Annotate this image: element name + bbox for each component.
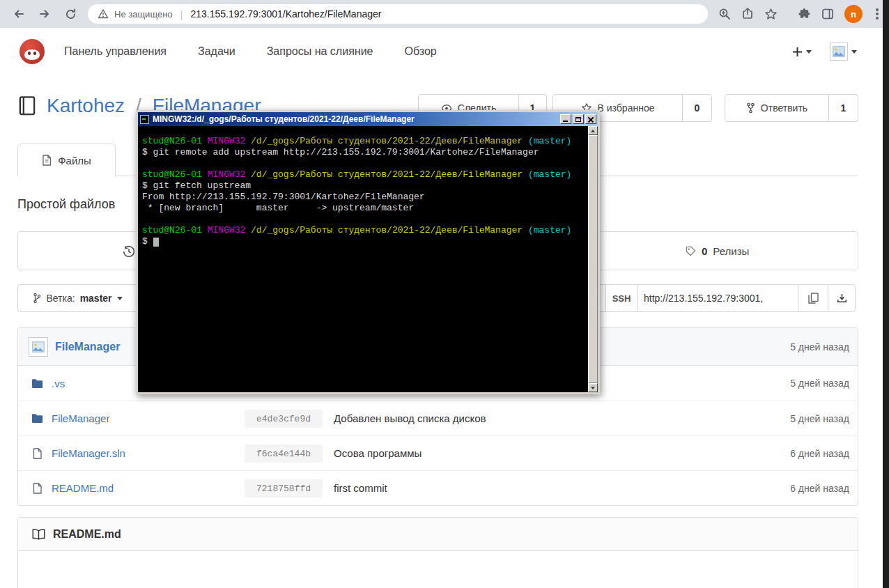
fork-icon xyxy=(746,102,755,114)
commit-hash-link[interactable]: e4de3cfe9d xyxy=(245,410,323,428)
close-button[interactable] xyxy=(585,114,596,124)
nav-item-issues[interactable]: Задачи xyxy=(198,45,235,58)
zoom-icon xyxy=(718,8,731,20)
share-icon xyxy=(741,8,754,20)
image-placeholder-icon xyxy=(833,46,845,57)
branch-selector[interactable]: Ветка: master xyxy=(17,284,138,312)
readme-panel: README.md xyxy=(17,517,858,588)
book-icon xyxy=(32,529,45,540)
side-panel-button[interactable] xyxy=(821,8,834,20)
nav-item-explore[interactable]: Обзор xyxy=(404,45,436,58)
table-row: README.md 7218758ffd first commit 6 дней… xyxy=(18,470,858,505)
copy-url-button[interactable] xyxy=(798,284,828,312)
repo-owner-link[interactable]: Kartohez xyxy=(47,95,125,117)
caret-down-icon xyxy=(117,297,123,300)
navbar-right xyxy=(792,42,857,61)
minimize-icon xyxy=(563,121,568,122)
gogs-logo-eye xyxy=(28,52,31,55)
create-new-menu[interactable] xyxy=(792,47,812,57)
prompt-user: stud@N26-01 xyxy=(142,136,208,146)
terminal-titlebar[interactable]: MINGW32:/d/_gogs/Работы студентов/2021-2… xyxy=(138,112,598,126)
file-link[interactable]: .vs xyxy=(52,378,65,389)
file-link[interactable]: FileManager.sln xyxy=(52,447,125,459)
nav-item-dashboard[interactable]: Панель управления xyxy=(64,45,167,58)
maximize-button[interactable] xyxy=(573,114,584,124)
forward-icon xyxy=(38,8,51,20)
fork-count[interactable]: 1 xyxy=(829,94,858,122)
gogs-logo-eye xyxy=(33,52,36,55)
commit-time: 5 дней назад xyxy=(790,378,849,389)
bookmark-star-icon xyxy=(764,8,778,21)
terminal-command: $ git fetch upstream xyxy=(142,180,582,192)
terminal-prompt-line: stud@N26-01 MINGW32 /d/_gogs/Работы студ… xyxy=(142,169,582,180)
star-count[interactable]: 0 xyxy=(683,94,712,122)
table-row: FileManager e4de3cfe9d Добавлен вывод сп… xyxy=(18,401,858,435)
reload-button[interactable] xyxy=(60,3,81,24)
readme-title: README.md xyxy=(53,528,121,541)
prompt-branch: (master) xyxy=(528,136,571,146)
file-text-icon xyxy=(42,155,52,166)
prompt-user: stud@N26-01 xyxy=(142,169,208,180)
commit-time: 6 дней назад xyxy=(790,483,849,494)
file-icon xyxy=(31,448,43,459)
gogs-logo[interactable] xyxy=(20,39,45,64)
fork-button[interactable]: Ответвить xyxy=(725,94,829,122)
browser-menu-kebab-icon[interactable] xyxy=(876,13,879,15)
extensions-puzzle-icon xyxy=(798,8,811,21)
commits-history-icon xyxy=(123,245,135,261)
commit-time: 5 дней назад xyxy=(790,413,849,424)
committer-avatar[interactable] xyxy=(29,337,48,357)
branch-label: Ветка: xyxy=(46,293,75,304)
star-label: В избранное xyxy=(598,102,655,114)
browser-profile-avatar[interactable]: n xyxy=(844,5,863,23)
prompt-branch: (master) xyxy=(528,225,571,235)
extensions-button[interactable] xyxy=(798,8,811,21)
terminal-blank-line xyxy=(142,158,582,169)
prompt-branch: (master) xyxy=(528,169,571,180)
terminal-window: MINGW32:/d/_gogs/Работы студентов/2021-2… xyxy=(136,110,600,394)
clone-url-input[interactable] xyxy=(637,284,798,312)
releases-label: Релизы xyxy=(713,245,749,257)
nav-item-pulls[interactable]: Запросы на слияние xyxy=(267,45,373,58)
share-button[interactable] xyxy=(741,8,754,20)
minimize-button[interactable] xyxy=(560,114,571,124)
back-icon xyxy=(13,8,25,20)
prompt-system: MINGW32 xyxy=(208,136,251,146)
ssh-protocol-button[interactable]: SSH xyxy=(605,284,637,312)
forward-button[interactable] xyxy=(34,3,55,24)
committer-link[interactable]: FileManager xyxy=(55,341,120,353)
prompt-system: MINGW32 xyxy=(208,225,251,235)
url-separator: | xyxy=(180,8,183,20)
fork-label: Ответвить xyxy=(761,102,807,114)
scrollbar-thumb[interactable] xyxy=(588,135,598,383)
terminal-input-line: $ xyxy=(142,236,582,247)
zoom-button[interactable] xyxy=(718,8,731,20)
security-label: Не защищено xyxy=(114,9,173,20)
commit-hash-link[interactable]: f6ca4e144b xyxy=(245,444,323,463)
releases-link[interactable]: 0 Релизы xyxy=(686,232,749,270)
bookmark-button[interactable] xyxy=(764,8,778,21)
terminal-title: MINGW32:/d/_gogs/Работы студентов/2021-2… xyxy=(153,114,557,124)
repo-description: Простой файлов xyxy=(17,197,115,212)
user-avatar xyxy=(830,42,848,61)
back-button[interactable] xyxy=(8,3,29,24)
commit-time: 6 дней назад xyxy=(790,448,849,459)
table-row: FileManager.sln f6ca4e144b Осова програм… xyxy=(18,435,858,470)
gogs-navbar: Панель управления Задачи Запросы на слия… xyxy=(0,28,889,75)
commit-hash-link[interactable]: 7218758ffd xyxy=(245,479,323,497)
scroll-up-icon[interactable] xyxy=(588,126,598,135)
address-bar[interactable]: Не защищено | 213.155.192.79:3001/Kartoh… xyxy=(88,4,708,24)
browser-scrollbar[interactable] xyxy=(883,0,889,588)
clone-url-group: HTTP SSH xyxy=(566,284,856,312)
terminal-body[interactable]: stud@N26-01 MINGW32 /d/_gogs/Работы студ… xyxy=(138,126,598,392)
file-link[interactable]: README.md xyxy=(52,482,114,494)
commit-message: Добавлен вывод списка дисков xyxy=(334,412,486,424)
terminal-scrollbar[interactable] xyxy=(588,126,598,392)
file-link[interactable]: FileManager xyxy=(52,412,109,424)
download-button[interactable] xyxy=(828,284,856,312)
user-menu[interactable] xyxy=(830,42,857,61)
file-icon xyxy=(31,483,43,494)
tab-files[interactable]: Файлы xyxy=(17,144,116,176)
plus-icon xyxy=(792,47,803,57)
scroll-down-icon[interactable] xyxy=(588,383,598,392)
